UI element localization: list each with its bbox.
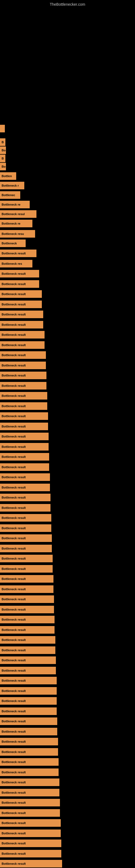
result-bar-container: Bottleneck result bbox=[0, 850, 61, 858]
result-bar[interactable]: Bottleneck result bbox=[0, 850, 61, 858]
result-bar[interactable]: B bbox=[0, 155, 5, 162]
result-bar[interactable]: Bottleneck result bbox=[0, 545, 52, 552]
result-bar[interactable]: Bottleneck result bbox=[0, 819, 61, 827]
result-bar[interactable]: Bottleneck result bbox=[0, 738, 58, 745]
result-bar-container: Bottleneck result bbox=[0, 778, 59, 786]
result-bar[interactable]: Bo bbox=[0, 163, 6, 170]
result-bar[interactable]: Bottleneck result bbox=[0, 697, 57, 705]
result-bar-container: Bottleneck result bbox=[0, 656, 56, 664]
result-bar[interactable]: Bottleneck result bbox=[0, 473, 50, 481]
result-bar[interactable]: Bottleneck result bbox=[0, 717, 57, 725]
result-bar[interactable]: Bottleneck result bbox=[0, 484, 50, 491]
result-bar-container: Bottleneck result bbox=[0, 769, 58, 776]
result-bar[interactable]: Bottleneck result bbox=[0, 270, 39, 278]
result-bar[interactable]: Bottleneck result bbox=[0, 687, 57, 695]
result-bar[interactable]: Bottleneck result bbox=[0, 778, 59, 786]
result-bar[interactable]: Bottleneck result bbox=[0, 514, 51, 522]
result-bar[interactable]: Bottleneck result bbox=[0, 616, 54, 623]
result-bar[interactable]: Bottleneck result bbox=[0, 443, 49, 451]
result-bar-container: Bottleneck result bbox=[0, 280, 39, 288]
result-bar-container: Bo bbox=[0, 163, 6, 170]
result-bar[interactable]: Bottleneck result bbox=[0, 453, 49, 461]
result-bar[interactable]: Bottleneck result bbox=[0, 769, 58, 776]
result-bar-container: Bottleneck result bbox=[0, 717, 57, 725]
result-bar[interactable]: Bottleneck result bbox=[0, 331, 45, 339]
result-bar[interactable]: Bottleneck result bbox=[0, 626, 54, 633]
result-bar[interactable]: Bottleneck result bbox=[0, 799, 60, 806]
result-bar[interactable]: B bbox=[0, 138, 5, 146]
result-bar-container: Bottleneck result bbox=[0, 595, 54, 603]
result-bar[interactable]: Bottleneck result bbox=[0, 839, 61, 847]
result-bar[interactable]: Bottleneck resu bbox=[0, 230, 35, 238]
result-bar[interactable]: Bottleneck result bbox=[0, 534, 52, 542]
result-bar[interactable]: Bottleneck res bbox=[0, 260, 32, 268]
result-bar[interactable]: Bottleneck result bbox=[0, 575, 53, 583]
result-bar[interactable]: Bottleneck result bbox=[0, 809, 60, 817]
result-bar[interactable]: Bottleneck re bbox=[0, 201, 30, 208]
result-bar-container: Bottleneck result bbox=[0, 728, 57, 735]
result-bar[interactable]: Bottleneck result bbox=[0, 667, 56, 674]
result-bar[interactable]: Bottleneck result bbox=[0, 351, 46, 359]
result-bar[interactable]: Bottleneck result bbox=[0, 504, 50, 512]
result-bar[interactable]: Bottleneck result bbox=[0, 280, 39, 288]
result-bar-container: Bottleneck result bbox=[0, 331, 45, 339]
result-bar[interactable]: Bottleneck result bbox=[0, 290, 42, 298]
result-bar[interactable]: Bottlen bbox=[0, 172, 16, 180]
result-bar-container: Bottleneck result bbox=[0, 748, 58, 756]
result-bar[interactable]: Bottleneck result bbox=[0, 402, 47, 410]
result-bar-container: Bottleneck result bbox=[0, 687, 57, 695]
result-bar-container: Bottleneck resu bbox=[0, 230, 35, 238]
result-bar[interactable]: Bottleneck result bbox=[0, 789, 59, 796]
result-bar[interactable]: Bottleneck result bbox=[0, 758, 58, 766]
result-bar-container: Bottleneck re bbox=[0, 201, 30, 208]
result-bar[interactable]: Bottleneck result bbox=[0, 311, 43, 318]
result-bar[interactable] bbox=[0, 125, 5, 132]
result-bar[interactable]: Bottleneck result bbox=[0, 382, 46, 390]
result-bar[interactable]: Bottleneck result bbox=[0, 494, 50, 501]
result-bar-container: Bottleneck result bbox=[0, 524, 51, 532]
result-bar[interactable]: Bottleneck result bbox=[0, 595, 54, 603]
result-bar[interactable]: Bottleneck result bbox=[0, 656, 56, 664]
result-bar[interactable]: Bottleneck resul bbox=[0, 210, 37, 218]
result-bar[interactable]: Bo bbox=[0, 147, 6, 154]
result-bar[interactable]: Bottleneck result bbox=[0, 585, 53, 593]
result-bar[interactable]: Bottleneck result bbox=[0, 606, 54, 613]
result-bar[interactable]: Bottleneck result bbox=[0, 677, 57, 684]
result-bar[interactable]: Bottleneck result bbox=[0, 321, 43, 329]
result-bar-container bbox=[0, 125, 5, 132]
result-bar[interactable]: Bottleneck result bbox=[0, 636, 55, 644]
result-bar-container: Bottleneck result bbox=[0, 382, 46, 390]
result-bar-container: Bottleneck result bbox=[0, 565, 53, 572]
result-bar[interactable]: Bottleneck result bbox=[0, 555, 53, 562]
result-bar[interactable]: Bottleneck result bbox=[0, 372, 46, 379]
result-bar-container: Bottleneck result bbox=[0, 392, 47, 400]
result-bar[interactable]: Bottleneck result bbox=[0, 433, 49, 440]
result-bar-container: Bottleneck result bbox=[0, 738, 58, 745]
result-bar[interactable]: Bottleneck result bbox=[0, 565, 53, 572]
result-bar[interactable]: Bottleneck result bbox=[0, 362, 46, 369]
result-bar-container: Bottleneck result bbox=[0, 362, 46, 369]
result-bar-container: Bottleneck result bbox=[0, 453, 49, 461]
result-bar[interactable]: Bottleneck result bbox=[0, 646, 55, 654]
result-bar[interactable]: Bottleneck result bbox=[0, 524, 51, 532]
result-bar[interactable]: Bottleneck result bbox=[0, 341, 45, 349]
result-bar[interactable]: Bottleneck result bbox=[0, 748, 58, 756]
result-bar[interactable]: Bottleneck result bbox=[0, 830, 61, 837]
result-bar[interactable]: Bottleneck result bbox=[0, 392, 47, 400]
result-bar[interactable]: Bottleneck result bbox=[0, 423, 48, 430]
result-bar[interactable]: Bottleneck result bbox=[0, 301, 42, 308]
result-bar[interactable]: Bottleneck result bbox=[0, 412, 48, 420]
result-bar-container: Bottleneck result bbox=[0, 494, 50, 501]
result-bar[interactable]: Bottleneck result bbox=[0, 250, 37, 257]
result-bar[interactable]: Bottleneck result bbox=[0, 728, 57, 735]
result-bar[interactable]: Bottleneck result bbox=[0, 463, 49, 471]
result-bar[interactable]: Bottleneck result bbox=[0, 860, 62, 867]
result-bar[interactable]: Bottleneck result bbox=[0, 707, 57, 715]
result-bar[interactable]: Bottlenec bbox=[0, 191, 20, 199]
result-bar[interactable]: Bottleneck bbox=[0, 240, 26, 247]
result-bar[interactable]: Bottleneck r bbox=[0, 182, 24, 189]
result-bar-container: Bottleneck bbox=[0, 240, 26, 247]
result-bar[interactable]: Bottleneck re bbox=[0, 220, 32, 227]
result-bar-container: Bottleneck result bbox=[0, 270, 39, 278]
result-bar-container: Bottleneck result bbox=[0, 534, 52, 542]
